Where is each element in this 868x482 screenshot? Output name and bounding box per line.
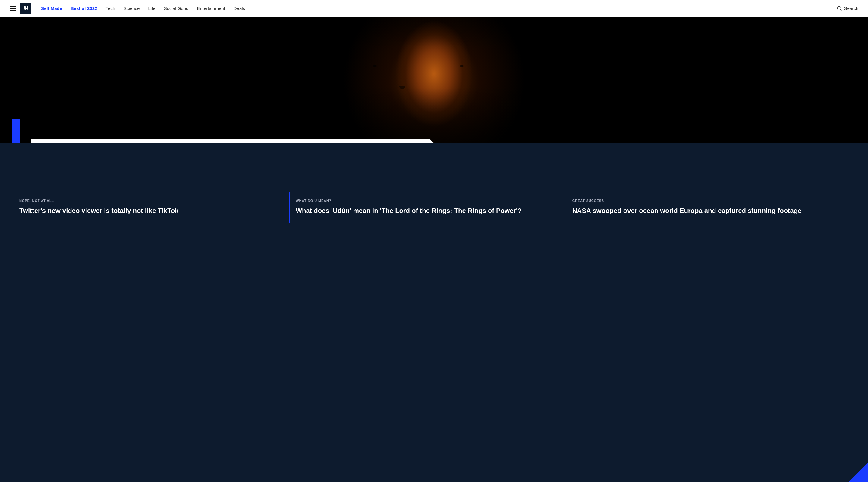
nav-item-tech[interactable]: Tech [105, 6, 115, 11]
search-button[interactable]: Search [837, 6, 858, 11]
news-category-2: WHAT DO Û MEAN? [296, 199, 560, 202]
hamburger-menu[interactable] [10, 6, 16, 10]
nav-item-science[interactable]: Science [124, 6, 140, 11]
main-nav: M Self Made Best of 2022 Tech Science Li… [0, 0, 868, 17]
svg-line-1 [841, 9, 841, 10]
feature-card-wrapper: 😊😊😊 'Smile' review: Does one superbly sc… [12, 119, 868, 143]
feature-accent-bar [12, 119, 21, 143]
news-category-3: GREAT SUCCESS [572, 199, 837, 202]
nav-item-entertainment[interactable]: Entertainment [197, 6, 225, 11]
nav-item-self-made[interactable]: Self Made [41, 6, 62, 11]
nav-item-best-of-2022[interactable]: Best of 2022 [70, 6, 97, 11]
news-item-3[interactable]: GREAT SUCCESS NASA swooped over ocean wo… [572, 192, 849, 223]
news-item-2[interactable]: WHAT DO Û MEAN? What does 'Udûn' mean in… [296, 192, 572, 223]
search-label: Search [844, 6, 858, 11]
nav-item-deals[interactable]: Deals [234, 6, 245, 11]
news-headline-3: NASA swooped over ocean world Europa and… [572, 207, 837, 215]
logo-letter: M [24, 5, 28, 11]
news-headline-2: What does 'Udûn' mean in 'The Lord of th… [296, 207, 560, 215]
nav-links: Self Made Best of 2022 Tech Science Life… [41, 6, 837, 11]
nav-item-social-good[interactable]: Social Good [164, 6, 189, 11]
news-item-1[interactable]: NOPE, NOT AT ALL Twitter's new video vie… [19, 192, 296, 223]
search-icon [837, 6, 842, 11]
news-section: NOPE, NOT AT ALL Twitter's new video vie… [0, 143, 868, 237]
hero-section: 😊😊😊 'Smile' review: Does one superbly sc… [0, 17, 868, 143]
site-logo[interactable]: M [21, 3, 31, 14]
nav-item-life[interactable]: Life [148, 6, 155, 11]
news-headline-1: Twitter's new video viewer is totally no… [19, 207, 284, 215]
feature-card[interactable]: 😊😊😊 'Smile' review: Does one superbly sc… [31, 138, 441, 143]
news-category-1: NOPE, NOT AT ALL [19, 199, 284, 202]
